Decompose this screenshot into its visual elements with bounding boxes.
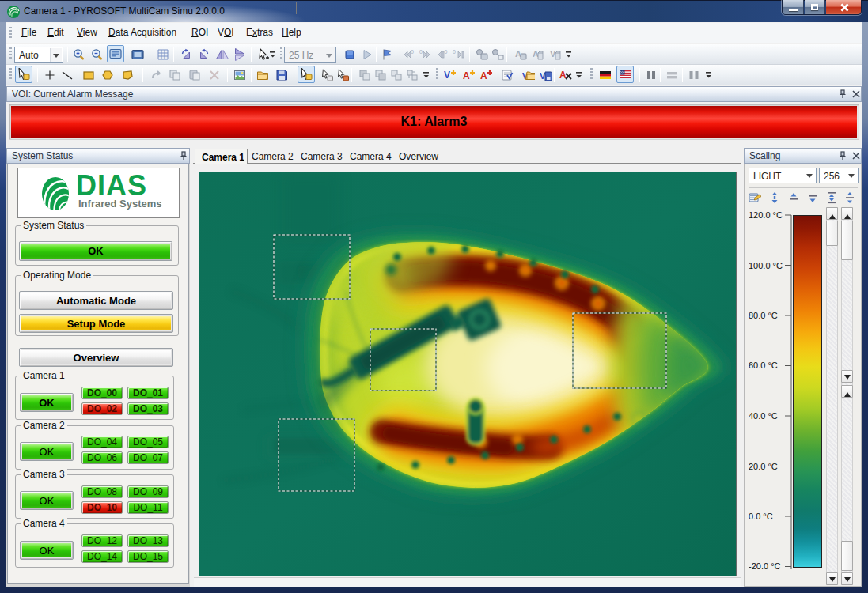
svg-text:0: 0 — [453, 49, 456, 55]
svg-text:A: A — [463, 70, 470, 81]
svg-text:V: V — [444, 70, 450, 81]
svg-text:A: A — [480, 70, 487, 81]
svg-text:0: 0 — [445, 49, 448, 55]
svg-text:0: 0 — [419, 49, 423, 55]
svg-text:0: 0 — [411, 49, 414, 55]
svg-text:A: A — [559, 70, 567, 81]
